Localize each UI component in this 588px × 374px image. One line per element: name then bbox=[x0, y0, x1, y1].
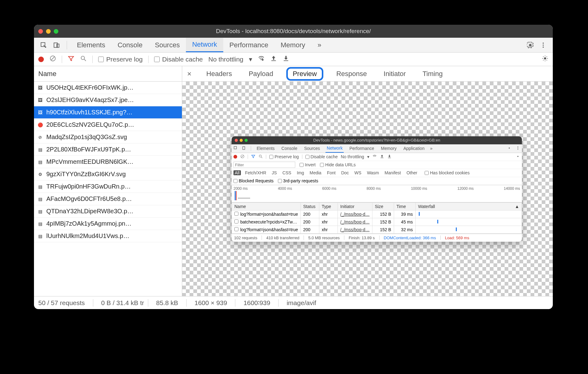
settings-gear-icon[interactable] bbox=[526, 41, 534, 49]
inner-preserve-log: Preserve log bbox=[269, 154, 299, 159]
timeline-tick: 14000 ms bbox=[504, 186, 520, 191]
more-tabs-button[interactable]: » bbox=[311, 38, 327, 52]
toolbar-settings-gear-icon[interactable] bbox=[542, 55, 548, 63]
filter-icon[interactable] bbox=[68, 55, 74, 63]
body: Name 🖼U5OHzQL4tEKFr6OFIxWK.jp…🖼O2slJEHG9… bbox=[34, 66, 553, 296]
throttling-dropdown-icon[interactable]: ▾ bbox=[249, 56, 252, 63]
svg-rect-11 bbox=[284, 60, 288, 61]
kebab-menu-icon[interactable] bbox=[539, 41, 547, 49]
tab-console[interactable]: Console bbox=[111, 38, 149, 52]
inner-requests-table: NameStatusTypeInitiatorSizeTimeWaterfall… bbox=[232, 202, 522, 234]
request-row[interactable]: 🖼h90CtfziXluvh1LSSKJE.png?… bbox=[34, 106, 182, 119]
subtab-headers[interactable]: Headers bbox=[203, 68, 236, 80]
subtab-payload[interactable]: Payload bbox=[245, 68, 277, 80]
search-icon[interactable] bbox=[80, 55, 87, 63]
content-panel: × HeadersPayloadPreviewResponseInitiator… bbox=[182, 66, 553, 296]
request-row[interactable]: 🖼O2slJEHG9avKV4aqzSx7.jpe… bbox=[34, 94, 182, 106]
request-name: TRFujw0pi0nHF3GwDuRn.p… bbox=[46, 183, 131, 190]
svg-rect-13 bbox=[234, 146, 237, 149]
minimize-window-button[interactable] bbox=[46, 29, 51, 34]
request-row[interactable]: 🔴20E6CLcSzNV2GELQu7oC.p… bbox=[34, 119, 182, 131]
inner-download-icon bbox=[387, 154, 392, 159]
clear-icon[interactable] bbox=[49, 55, 56, 63]
preserve-log-checkbox[interactable]: Preserve log bbox=[98, 56, 143, 63]
status-ratio: 1600∶939 bbox=[243, 299, 270, 307]
tab-elements[interactable]: Elements bbox=[71, 38, 111, 52]
table-row: log?format=json&hasfast=true200xhr/_/mss… bbox=[232, 226, 522, 233]
svg-point-4 bbox=[543, 42, 544, 44]
table-header-time: Time bbox=[394, 202, 415, 210]
sidebar-header[interactable]: Name bbox=[34, 66, 182, 82]
inner-network-toolbar: Preserve log Disable cache No throttling… bbox=[232, 153, 522, 161]
inner-dropdown-icon: ▾ bbox=[367, 154, 369, 159]
close-panel-icon[interactable]: × bbox=[185, 70, 193, 78]
request-name: MPcVmmemtEEDURBN6lGK… bbox=[46, 158, 133, 165]
request-row[interactable]: ▤MPcVmmemtEEDURBN6lGK… bbox=[34, 156, 182, 168]
inner-inspect-icon bbox=[233, 146, 238, 151]
svg-point-15 bbox=[509, 147, 510, 149]
traffic-lights bbox=[38, 29, 58, 34]
request-row[interactable]: ⊘MadqZsIZpo1sj3qQ3GsZ.svg bbox=[34, 131, 182, 143]
inner-third-party: 3rd-party requests bbox=[278, 178, 318, 183]
inner-settings-gear-icon bbox=[507, 146, 511, 151]
throttling-select[interactable]: No throttling bbox=[208, 56, 243, 63]
request-row[interactable]: ▤lUurhNUlkm2Mud4U1Vws.p… bbox=[34, 230, 182, 242]
maximize-window-button[interactable] bbox=[54, 29, 58, 34]
tab-memory[interactable]: Memory bbox=[275, 38, 311, 52]
gear-icon: ⚙ bbox=[37, 171, 43, 177]
svg-point-5 bbox=[543, 45, 544, 46]
network-conditions-icon[interactable] bbox=[258, 55, 265, 63]
request-subtabs: × HeadersPayloadPreviewResponseInitiator… bbox=[182, 66, 553, 82]
inner-status-bar: 102 requests 410 kB transferred 5.0 MB r… bbox=[232, 234, 522, 242]
inner-tab-application: Application bbox=[402, 144, 426, 153]
inner-filter-icon bbox=[251, 154, 255, 159]
table-header-status: Status bbox=[300, 202, 319, 210]
request-row[interactable]: ▤QTDnaY32hLDipeRW8e3O.p… bbox=[34, 205, 182, 218]
svg-point-23 bbox=[517, 156, 519, 157]
requests-sidebar: Name 🖼U5OHzQL4tEKFr6OFIxWK.jp…🖼O2slJEHG9… bbox=[34, 66, 182, 296]
img-icon: 🖼 bbox=[37, 85, 43, 91]
svg-point-20 bbox=[259, 155, 261, 157]
close-window-button[interactable] bbox=[38, 29, 43, 34]
subtab-timing[interactable]: Timing bbox=[419, 68, 446, 80]
file-icon: ▤ bbox=[37, 208, 43, 215]
inner-device-icon bbox=[242, 146, 246, 151]
status-size: 85.8 kB bbox=[156, 299, 178, 307]
svg-point-16 bbox=[518, 146, 518, 147]
request-name: lUurhNUlkm2Mud4U1Vws.p… bbox=[46, 232, 129, 240]
svg-point-8 bbox=[81, 56, 85, 60]
inner-hide-urls-checkbox: Hide data URLs bbox=[320, 162, 356, 167]
svg-rect-21 bbox=[380, 158, 383, 158]
request-row[interactable]: ▤4pIMBj7zOAk1y5Agmmoj.pn… bbox=[34, 218, 182, 230]
record-button[interactable] bbox=[38, 57, 44, 62]
subtab-response[interactable]: Response bbox=[333, 68, 371, 80]
inner-minimize-button bbox=[240, 139, 243, 142]
disable-cache-checkbox[interactable]: Disable cache bbox=[154, 56, 203, 63]
download-har-icon[interactable] bbox=[283, 55, 289, 63]
upload-har-icon[interactable] bbox=[270, 55, 277, 63]
request-row[interactable]: ▤2P2L80XfBoFWJFxU9TpK.p… bbox=[34, 143, 182, 156]
inner-close-button bbox=[235, 139, 238, 142]
request-name: QTDnaY32hLDipeRW8e3O.p… bbox=[46, 208, 133, 215]
request-row[interactable]: 🖼U5OHzQL4tEKFr6OFIxWK.jp… bbox=[34, 82, 182, 94]
request-row[interactable]: ▤TRFujw0pi0nHF3GwDuRn.p… bbox=[34, 181, 182, 193]
file-icon: ▤ bbox=[37, 159, 43, 165]
file-icon: ▤ bbox=[37, 147, 43, 153]
svg-point-17 bbox=[518, 147, 518, 148]
tab-performance[interactable]: Performance bbox=[223, 38, 275, 52]
inner-wifi-icon bbox=[372, 154, 377, 159]
request-row[interactable]: ▤AFacMOgv6D0CFTr6U5e8.p… bbox=[34, 193, 182, 205]
table-header-name: Name bbox=[232, 202, 301, 210]
filter-type-all: All bbox=[233, 170, 241, 175]
tab-sources[interactable]: Sources bbox=[149, 38, 186, 52]
inner-status-requests: 102 requests bbox=[234, 236, 257, 240]
device-toggle-icon[interactable] bbox=[52, 41, 61, 49]
request-row[interactable]: ⚙9gzXiTYY0nZzBxGI6KrV.svg bbox=[34, 168, 182, 181]
request-name: 2P2L80XfBoFWJFxU9TpK.p… bbox=[46, 146, 131, 153]
subtab-initiator[interactable]: Initiator bbox=[380, 68, 410, 80]
inspect-icon[interactable] bbox=[40, 41, 48, 49]
table-header-initiator: Initiator bbox=[338, 202, 372, 210]
inner-tab-console: Console bbox=[280, 144, 298, 153]
tab-network[interactable]: Network bbox=[186, 38, 223, 52]
subtab-preview[interactable]: Preview bbox=[286, 67, 323, 81]
